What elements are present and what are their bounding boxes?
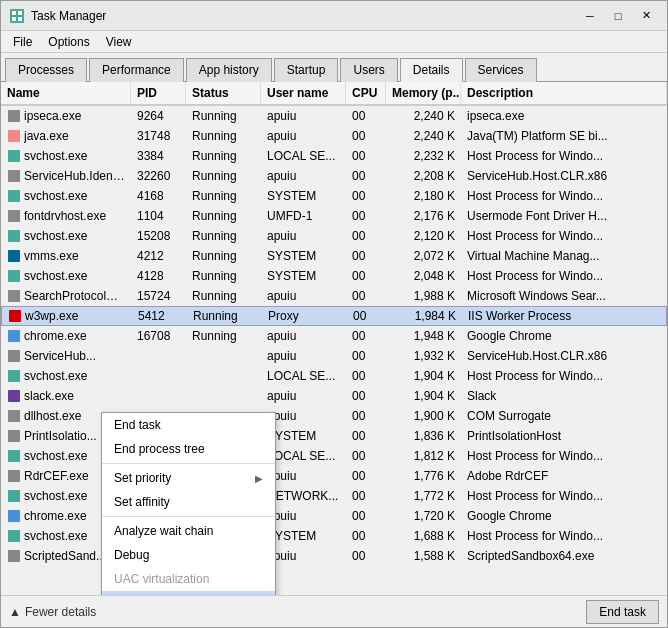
- process-cpu: 00: [346, 408, 386, 424]
- process-cpu: 00: [346, 248, 386, 264]
- column-headers: Name PID Status User name CPU Memory (p.…: [1, 82, 667, 106]
- process-cpu: 00: [346, 428, 386, 444]
- process-cpu: 00: [346, 168, 386, 184]
- submenu-arrow-icon: ▶: [255, 473, 263, 484]
- footer: ▲ Fewer details End task: [1, 595, 667, 627]
- process-desc: Host Process for Windo...: [461, 188, 667, 204]
- context-menu-item[interactable]: End task: [102, 413, 275, 437]
- process-memory: 2,240 K: [386, 108, 461, 124]
- process-user: apuiu: [261, 168, 346, 184]
- table-row[interactable]: fontdrvhost.exe 1104 Running UMFD-1 00 2…: [1, 206, 667, 226]
- tab-processes[interactable]: Processes: [5, 58, 87, 82]
- process-name: chrome.exe: [24, 509, 87, 523]
- process-status: [186, 395, 261, 397]
- process-desc: Microsoft Windows Sear...: [461, 288, 667, 304]
- context-menu-item[interactable]: Create dump file: [102, 591, 275, 595]
- table-row[interactable]: svchost.exe 4128 Running SYSTEM 00 2,048…: [1, 266, 667, 286]
- svg-rect-9: [8, 190, 20, 202]
- menu-view[interactable]: View: [98, 33, 140, 51]
- table-row[interactable]: svchost.exe 15208 Running apuiu 00 2,120…: [1, 226, 667, 246]
- tab-app-history[interactable]: App history: [186, 58, 272, 82]
- process-user: SYSTEM: [261, 188, 346, 204]
- process-name: ScriptedSand...: [24, 549, 106, 563]
- tab-services[interactable]: Services: [465, 58, 537, 82]
- svg-rect-13: [8, 270, 20, 282]
- tab-users[interactable]: Users: [340, 58, 397, 82]
- table-row[interactable]: ServiceHub... apuiu 00 1,932 K ServiceHu…: [1, 346, 667, 366]
- fewer-details-label: Fewer details: [25, 605, 96, 619]
- table-row[interactable]: slack.exe apuiu 00 1,904 K Slack: [1, 386, 667, 406]
- context-menu-separator: [102, 463, 275, 464]
- table-row[interactable]: SearchProtocolHost... 15724 Running apui…: [1, 286, 667, 306]
- ctx-item-label: Set priority: [114, 471, 171, 485]
- process-name: w3wp.exe: [25, 309, 78, 323]
- process-user: Proxy: [262, 308, 347, 324]
- menu-options[interactable]: Options: [40, 33, 97, 51]
- process-desc: PrintIsolationHost: [461, 428, 667, 444]
- process-cpu: 00: [346, 448, 386, 464]
- context-menu: End taskEnd process treeSet priority▶Set…: [101, 412, 276, 595]
- process-status: Running: [186, 188, 261, 204]
- process-name: SearchProtocolHost...: [24, 289, 125, 303]
- process-memory: 1,904 K: [386, 388, 461, 404]
- table-row[interactable]: ServiceHub.Identity... 32260 Running apu…: [1, 166, 667, 186]
- process-cpu: 00: [346, 288, 386, 304]
- table-row[interactable]: svchost.exe LOCAL SE... 00 1,904 K Host …: [1, 366, 667, 386]
- col-header-desc[interactable]: Description: [461, 82, 667, 104]
- context-menu-item[interactable]: Analyze wait chain: [102, 519, 275, 543]
- maximize-button[interactable]: □: [605, 6, 631, 26]
- process-status: Running: [186, 248, 261, 264]
- close-button[interactable]: ✕: [633, 6, 659, 26]
- process-cpu: 00: [346, 368, 386, 384]
- process-desc: Java(TM) Platform SE bi...: [461, 128, 667, 144]
- col-header-name[interactable]: Name: [1, 82, 131, 104]
- svg-rect-7: [8, 150, 20, 162]
- process-pid: 1104: [131, 208, 186, 224]
- process-desc: ScriptedSandbox64.exe: [461, 548, 667, 564]
- process-name: svchost.exe: [24, 449, 87, 463]
- table-row[interactable]: svchost.exe 4168 Running SYSTEM 00 2,180…: [1, 186, 667, 206]
- task-manager-window: Task Manager ─ □ ✕ File Options View Pro…: [0, 0, 668, 628]
- table-row[interactable]: java.exe 31748 Running apuiu 00 2,240 K …: [1, 126, 667, 146]
- tab-startup[interactable]: Startup: [274, 58, 339, 82]
- tab-details[interactable]: Details: [400, 58, 463, 82]
- fewer-details-icon: ▲: [9, 605, 21, 619]
- svg-rect-25: [8, 510, 20, 522]
- col-header-status[interactable]: Status: [186, 82, 261, 104]
- process-user: LOCAL SE...: [261, 148, 346, 164]
- col-header-cpu[interactable]: CPU: [346, 82, 386, 104]
- table-row[interactable]: w3wp.exe 5412 Running Proxy 00 1,984 K I…: [1, 306, 667, 326]
- process-desc: Slack: [461, 388, 667, 404]
- process-memory: 1,900 K: [386, 408, 461, 424]
- process-cpu: 00: [346, 188, 386, 204]
- tab-performance[interactable]: Performance: [89, 58, 184, 82]
- col-header-user[interactable]: User name: [261, 82, 346, 104]
- menu-file[interactable]: File: [5, 33, 40, 51]
- process-memory: 1,836 K: [386, 428, 461, 444]
- process-name: RdrCEF.exe: [24, 469, 89, 483]
- process-memory: 2,120 K: [386, 228, 461, 244]
- col-header-pid[interactable]: PID: [131, 82, 186, 104]
- process-status: Running: [186, 328, 261, 344]
- col-header-memory[interactable]: Memory (p...: [386, 82, 461, 104]
- end-task-button[interactable]: End task: [586, 600, 659, 624]
- process-cpu: 00: [346, 508, 386, 524]
- context-menu-item[interactable]: Set affinity: [102, 490, 275, 514]
- fewer-details-button[interactable]: ▲ Fewer details: [9, 605, 96, 619]
- process-desc: COM Surrogate: [461, 408, 667, 424]
- process-user: UMFD-1: [261, 208, 346, 224]
- process-cpu: 00: [346, 488, 386, 504]
- svg-rect-27: [8, 550, 20, 562]
- table-row[interactable]: chrome.exe 16708 Running apuiu 00 1,948 …: [1, 326, 667, 346]
- minimize-button[interactable]: ─: [577, 6, 603, 26]
- menu-bar: File Options View: [1, 31, 667, 53]
- table-row[interactable]: vmms.exe 4212 Running SYSTEM 00 2,072 K …: [1, 246, 667, 266]
- ctx-item-label: Debug: [114, 548, 149, 562]
- table-row[interactable]: ipseca.exe 9264 Running apuiu 00 2,240 K…: [1, 106, 667, 126]
- context-menu-item[interactable]: Set priority▶: [102, 466, 275, 490]
- ctx-item-label: Set affinity: [114, 495, 170, 509]
- table-row[interactable]: svchost.exe 3384 Running LOCAL SE... 00 …: [1, 146, 667, 166]
- process-desc: Adobe RdrCEF: [461, 468, 667, 484]
- context-menu-item[interactable]: Debug: [102, 543, 275, 567]
- context-menu-item[interactable]: End process tree: [102, 437, 275, 461]
